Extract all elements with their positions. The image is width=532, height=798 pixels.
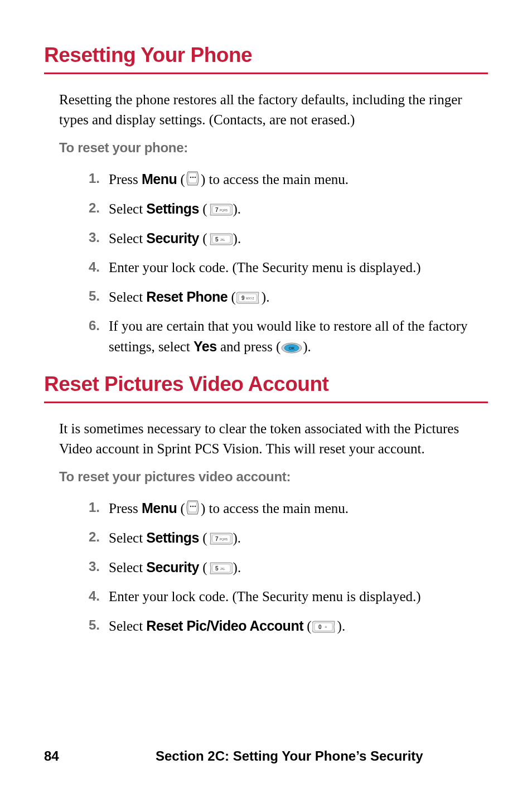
- ok-key-icon: OK: [281, 342, 302, 354]
- step-4: 4. Enter your lock code. (The Security m…: [78, 258, 488, 278]
- svg-point-1: [192, 177, 194, 178]
- svg-rect-24: [315, 623, 332, 631]
- section-resetting-phone: Resetting Your Phone Resetting the phone…: [44, 43, 488, 357]
- svg-point-15: [190, 506, 192, 507]
- steps-reset-phone: 1. Press Menu () to access the main menu…: [44, 169, 488, 357]
- intro-resetting: Resetting the phone restores all the fac…: [59, 90, 488, 130]
- key-7-icon: 7PQRS: [208, 204, 233, 216]
- key-5-icon: 5JKL: [208, 233, 233, 245]
- step-text: Select: [109, 530, 146, 545]
- svg-text:5: 5: [215, 565, 219, 572]
- step-number: 2.: [78, 528, 100, 547]
- svg-text:7: 7: [215, 207, 219, 213]
- svg-point-2: [195, 177, 196, 178]
- step-text: Enter your lock code. (The Security menu…: [109, 260, 421, 275]
- step-number: 1.: [78, 169, 100, 188]
- step-1: 1. Press Menu () to access the main menu…: [78, 169, 488, 190]
- step-3: 3. Select Security (5JKL).: [78, 228, 488, 249]
- step-number: 1.: [78, 498, 100, 518]
- step-bold: Reset Phone: [146, 289, 228, 304]
- step-number: 2.: [78, 199, 100, 218]
- step-bold: Menu: [142, 171, 177, 187]
- step-bold: Security: [146, 559, 199, 575]
- key-7-icon: 7PQRS: [208, 533, 233, 545]
- step-bold: Yes: [194, 338, 217, 354]
- svg-text:9: 9: [241, 295, 245, 301]
- step-number: 3.: [78, 228, 100, 248]
- intro-reset-pictures: It is sometimes necessary to clear the t…: [59, 419, 488, 459]
- heading-reset-pictures: Reset Pictures Video Account: [44, 373, 488, 403]
- step-number: 6.: [78, 316, 100, 336]
- step-number: 5.: [78, 616, 100, 635]
- key-0-icon: 0+: [312, 621, 337, 633]
- step-text: Press: [109, 501, 142, 516]
- heading-resetting: Resetting Your Phone: [44, 43, 488, 74]
- step-text: and press: [217, 339, 273, 354]
- step-text: Enter your lock code. (The Security menu…: [109, 589, 421, 604]
- step-number: 4.: [78, 258, 100, 277]
- svg-point-17: [195, 506, 196, 507]
- step-bold: Reset Pic/Video Account: [146, 618, 303, 633]
- step-5: 5. Select Reset Phone (9WXYZ).: [78, 287, 488, 307]
- svg-text:+: +: [325, 625, 327, 630]
- svg-point-0: [190, 177, 192, 178]
- step-2: 2. Select Settings (7PQRS).: [78, 528, 488, 548]
- svg-text:WXYZ: WXYZ: [246, 297, 254, 300]
- svg-text:OK: OK: [289, 346, 295, 350]
- step-text: Select: [109, 289, 146, 304]
- step-3: 3. Select Security (5JKL).: [78, 557, 488, 578]
- page-footer: 84 Section 2C: Setting Your Phone’s Secu…: [44, 748, 488, 764]
- step-number: 5.: [78, 287, 100, 306]
- subhead-reset-pictures: To reset your pictures video account:: [59, 469, 488, 485]
- svg-text:7: 7: [215, 536, 219, 542]
- step-text: Select: [109, 231, 146, 246]
- svg-text:0: 0: [318, 624, 322, 630]
- svg-point-16: [192, 506, 194, 507]
- svg-text:PQRS: PQRS: [220, 538, 228, 541]
- key-9-icon: 9WXYZ: [236, 292, 261, 304]
- step-text: Select: [109, 618, 146, 633]
- footer-section: Section 2C: Setting Your Phone’s Securit…: [156, 748, 488, 764]
- step-number: 4.: [78, 587, 100, 606]
- menu-key-icon: [186, 500, 200, 515]
- step-text: to access the main menu.: [205, 172, 349, 187]
- step-text: Select: [109, 560, 146, 575]
- svg-text:JKL: JKL: [220, 567, 225, 570]
- step-bold: Security: [146, 230, 199, 246]
- svg-text:PQRS: PQRS: [220, 209, 228, 212]
- subhead-reset-phone: To reset your phone:: [59, 140, 488, 156]
- svg-text:5: 5: [215, 236, 219, 243]
- step-4: 4. Enter your lock code. (The Security m…: [78, 587, 488, 607]
- step-number: 3.: [78, 557, 100, 577]
- steps-reset-pictures: 1. Press Menu () to access the main menu…: [44, 498, 488, 636]
- step-6: 6. If you are certain that you would lik…: [78, 316, 488, 357]
- step-2: 2. Select Settings (7PQRS).: [78, 199, 488, 219]
- step-bold: Settings: [146, 201, 199, 216]
- step-bold: Settings: [146, 530, 199, 545]
- step-bold: Menu: [142, 500, 177, 516]
- step-text: Press: [109, 172, 142, 187]
- step-1: 1. Press Menu () to access the main menu…: [78, 498, 488, 519]
- svg-text:JKL: JKL: [220, 238, 225, 241]
- step-text: Select: [109, 201, 146, 216]
- page-number: 84: [44, 748, 156, 764]
- menu-key-icon: [186, 171, 200, 186]
- key-5-icon: 5JKL: [208, 562, 233, 574]
- section-reset-pictures: Reset Pictures Video Account It is somet…: [44, 373, 488, 636]
- step-5: 5. Select Reset Pic/Video Account (0+).: [78, 616, 488, 636]
- step-text: to access the main menu.: [205, 501, 349, 516]
